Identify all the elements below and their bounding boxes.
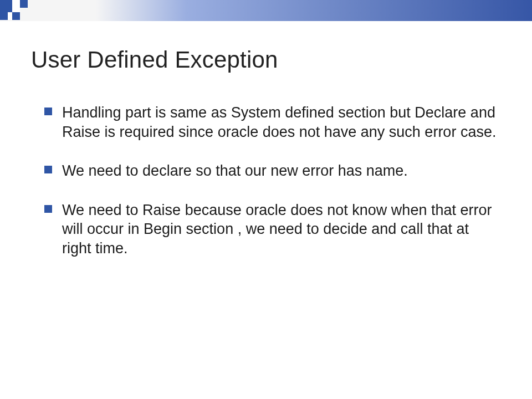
bullet-list: Handling part is same as System defined … — [31, 103, 501, 258]
bullet-icon — [44, 166, 52, 173]
decorative-topbar — [0, 0, 532, 21]
list-item: Handling part is same as System defined … — [44, 103, 501, 141]
bullet-icon — [44, 108, 52, 115]
bullet-text: Handling part is same as System defined … — [62, 103, 500, 141]
list-item: We need to Raise because oracle does not… — [44, 201, 501, 258]
bullet-icon — [44, 205, 52, 213]
slide-title: User Defined Exception — [31, 47, 501, 73]
slide-content: User Defined Exception Handling part is … — [0, 21, 532, 258]
checker-pattern — [0, 0, 55, 21]
bullet-text: We need to Raise because oracle does not… — [62, 201, 500, 258]
bullet-text: We need to declare so that our new error… — [62, 161, 408, 181]
list-item: We need to declare so that our new error… — [44, 161, 501, 181]
